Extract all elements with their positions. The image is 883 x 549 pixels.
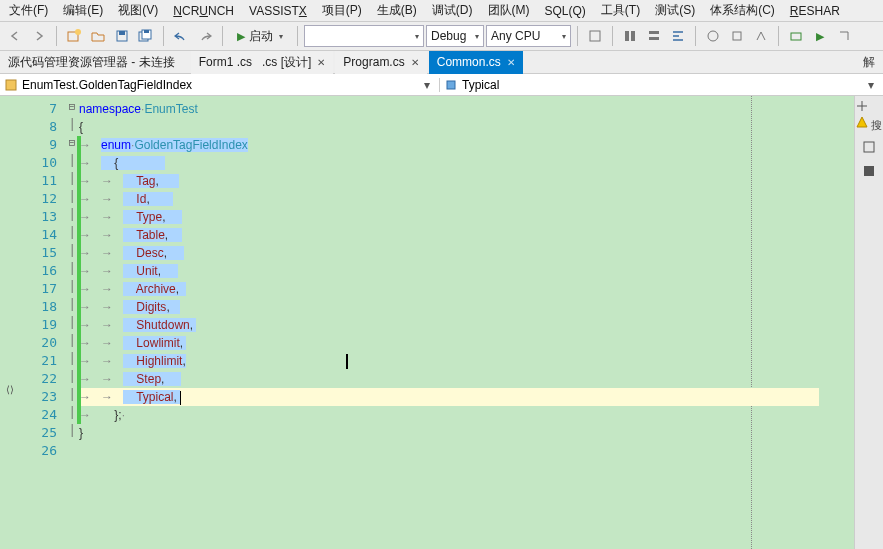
menu-debug[interactable]: 调试(D) <box>425 0 480 21</box>
toolbar: ▶ 启动 ▾ ▾ Debug▾ Any CPU▾ ▶ <box>0 22 883 51</box>
tool-icon-1[interactable] <box>584 25 606 47</box>
side-label[interactable]: 解 <box>855 54 883 71</box>
line-number-gutter: 7891011121314151617181920212223242526 <box>0 96 65 549</box>
svg-rect-7 <box>590 31 600 41</box>
editor-tabs: Form1 .cs.cs [设计]✕ Program.cs✕ Common.cs… <box>191 51 525 74</box>
svg-rect-16 <box>447 81 455 89</box>
svg-rect-13 <box>733 32 741 40</box>
code-area[interactable]: namespace·EnumTest{→ enum·GoldenTagField… <box>79 96 854 549</box>
menu-file[interactable]: 文件(F) <box>2 0 55 21</box>
svg-point-1 <box>75 29 81 35</box>
save-button[interactable] <box>111 25 133 47</box>
open-button[interactable] <box>87 25 109 47</box>
svg-rect-9 <box>631 31 635 41</box>
save-all-button[interactable] <box>135 25 157 47</box>
menu-arch[interactable]: 体系结构(C) <box>703 0 782 21</box>
svg-point-12 <box>708 31 718 41</box>
svg-rect-11 <box>649 37 659 40</box>
menu-sql[interactable]: SQL(Q) <box>538 2 593 20</box>
combo-empty[interactable]: ▾ <box>304 25 424 47</box>
close-icon[interactable]: ✕ <box>317 57 325 68</box>
svg-rect-17 <box>864 142 874 152</box>
undo-button[interactable] <box>170 25 192 47</box>
tool-icon-5[interactable] <box>702 25 724 47</box>
side-search-label[interactable]: 搜 <box>869 118 883 133</box>
nav-fwd-button[interactable] <box>28 25 50 47</box>
scc-panel-title[interactable]: 源代码管理资源管理器 - 未连接 <box>0 52 183 73</box>
menu-view[interactable]: 视图(V) <box>111 0 165 21</box>
nav-member-dropdown[interactable]: Typical ▾ <box>440 78 883 92</box>
menu-test[interactable]: 测试(S) <box>648 0 702 21</box>
svg-rect-6 <box>144 30 149 33</box>
tool-icon-6[interactable] <box>726 25 748 47</box>
nav-type-dropdown[interactable]: EnumTest.GoldenTagFieldIndex ▾ <box>0 78 440 92</box>
tool-icon-3[interactable] <box>643 25 665 47</box>
enum-icon <box>4 78 18 92</box>
tool-icon-10[interactable] <box>833 25 855 47</box>
redo-button[interactable] <box>194 25 216 47</box>
menu-ncrunch[interactable]: NCRUNCH <box>166 2 241 20</box>
menu-tools[interactable]: 工具(T) <box>594 0 647 21</box>
nav-type-label: EnumTest.GoldenTagFieldIndex <box>22 78 415 92</box>
tool-icon-2[interactable] <box>619 25 641 47</box>
svg-rect-3 <box>119 31 125 35</box>
svg-rect-14 <box>791 33 801 40</box>
combo-config[interactable]: Debug▾ <box>426 25 484 47</box>
start-debug-button[interactable]: ▶ 启动 ▾ <box>229 25 291 47</box>
side-tool-icon-1[interactable] <box>862 140 876 154</box>
code-navbar: EnumTest.GoldenTagFieldIndex ▾ Typical ▾ <box>0 74 883 96</box>
nav-member-label: Typical <box>462 78 859 92</box>
combo-platform[interactable]: Any CPU▾ <box>486 25 571 47</box>
tab-common[interactable]: Common.cs✕ <box>429 51 523 74</box>
tool-icon-8[interactable] <box>785 25 807 47</box>
split-icon[interactable] <box>856 100 868 112</box>
side-tool-icon-2[interactable] <box>862 164 876 178</box>
menubar: 文件(F) 编辑(E) 视图(V) NCRUNCH VASSISTX 项目(P)… <box>0 0 883 22</box>
tool-icon-4[interactable] <box>667 25 689 47</box>
menu-build[interactable]: 生成(B) <box>370 0 424 21</box>
close-icon[interactable]: ✕ <box>411 57 419 68</box>
panel-row: 源代码管理资源管理器 - 未连接 Form1 .cs.cs [设计]✕ Prog… <box>0 51 883 74</box>
menu-project[interactable]: 项目(P) <box>315 0 369 21</box>
tool-icon-9[interactable]: ▶ <box>809 25 831 47</box>
svg-rect-8 <box>625 31 629 41</box>
tab-program[interactable]: Program.cs✕ <box>335 51 426 74</box>
tool-icon-7[interactable] <box>750 25 772 47</box>
tab-form1[interactable]: Form1 .cs.cs [设计]✕ <box>191 51 334 74</box>
warning-icon[interactable] <box>856 116 868 128</box>
code-editor[interactable]: 7891011121314151617181920212223242526 ⊟│… <box>0 96 854 549</box>
nav-back-button[interactable] <box>4 25 26 47</box>
menu-vassist[interactable]: VASSISTX <box>242 2 314 20</box>
breakpoint-outline-icon: ⟨⟩ <box>6 384 14 395</box>
svg-rect-15 <box>6 80 16 90</box>
svg-rect-10 <box>649 31 659 34</box>
field-icon <box>444 78 458 92</box>
menu-edit[interactable]: 编辑(E) <box>56 0 110 21</box>
menu-resharper[interactable]: RESHAR <box>783 2 847 20</box>
play-icon: ▶ <box>237 30 245 43</box>
play-icon-2: ▶ <box>816 30 824 43</box>
svg-rect-18 <box>864 166 874 176</box>
start-label: 启动 <box>249 28 273 45</box>
menu-team[interactable]: 团队(M) <box>481 0 537 21</box>
new-project-button[interactable] <box>63 25 85 47</box>
close-icon[interactable]: ✕ <box>507 57 515 68</box>
